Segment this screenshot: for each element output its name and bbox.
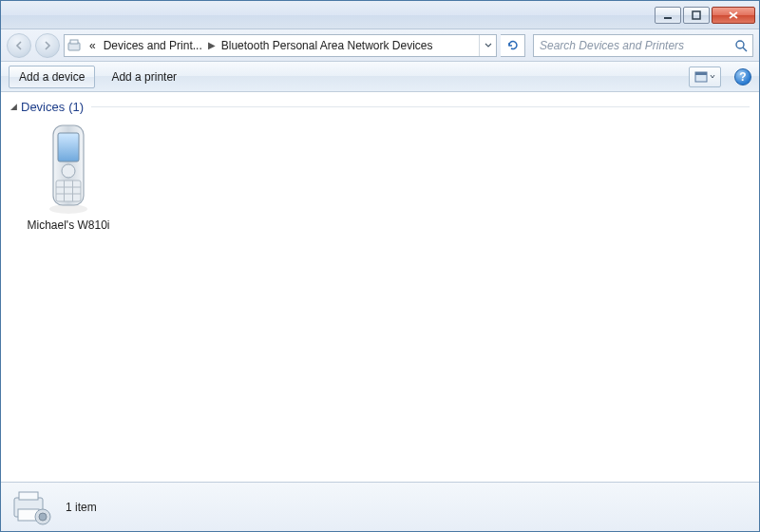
group-name: Devices [21, 100, 65, 114]
svg-rect-7 [695, 72, 707, 75]
arrow-left-icon [13, 40, 25, 51]
search-box[interactable] [533, 34, 753, 57]
add-device-button[interactable]: Add a device [9, 66, 95, 88]
devices-printers-icon [10, 488, 56, 526]
svg-rect-10 [58, 133, 79, 162]
content-area: ◢ Devices (1) [1, 92, 759, 482]
view-icon [694, 71, 708, 83]
help-button[interactable]: ? [734, 68, 751, 86]
chevron-down-icon [484, 42, 492, 49]
nav-back-button[interactable] [7, 33, 31, 58]
nav-forward-button[interactable] [35, 33, 60, 58]
address-bar[interactable]: « Devices and Print... ▶ Bluetooth Perso… [64, 34, 497, 57]
close-button[interactable] [712, 7, 755, 24]
devices-printers-icon [65, 39, 86, 52]
search-input[interactable] [534, 39, 730, 52]
add-printer-button[interactable]: Add a printer [101, 66, 187, 88]
breadcrumb-item-bluetooth-pan[interactable]: Bluetooth Personal Area Network Devices [218, 35, 437, 56]
breadcrumb-overflow[interactable]: « [86, 35, 100, 56]
arrow-right-icon [42, 40, 53, 51]
svg-point-21 [39, 513, 47, 521]
device-item[interactable]: Michael's W810i [16, 124, 121, 232]
phone-icon [38, 124, 99, 215]
svg-point-11 [62, 164, 75, 178]
device-label: Michael's W810i [28, 218, 110, 232]
items-grid: Michael's W810i [10, 120, 750, 236]
view-options-button[interactable] [689, 66, 721, 87]
svg-rect-0 [664, 17, 672, 19]
refresh-button[interactable] [501, 34, 525, 57]
breadcrumb-item-devices[interactable]: Devices and Print... [100, 35, 206, 56]
maximize-button[interactable] [683, 7, 710, 24]
search-icon [730, 39, 752, 52]
minimize-icon [663, 10, 673, 20]
explorer-window: « Devices and Print... ▶ Bluetooth Perso… [0, 0, 760, 532]
group-header-devices[interactable]: ◢ Devices (1) [10, 98, 750, 120]
svg-rect-12 [56, 180, 81, 201]
maximize-icon [692, 10, 701, 20]
chevron-down-icon [710, 74, 715, 80]
details-pane: 1 item [1, 482, 759, 531]
svg-rect-18 [19, 492, 38, 500]
chevron-right-icon: ▶ [206, 40, 218, 50]
help-icon: ? [739, 70, 746, 84]
collapse-icon: ◢ [10, 102, 17, 111]
svg-rect-3 [70, 40, 78, 44]
status-text: 1 item [66, 501, 97, 514]
address-dropdown-button[interactable] [479, 35, 496, 56]
svg-line-5 [743, 48, 747, 51]
svg-point-4 [736, 41, 744, 48]
close-icon [728, 10, 739, 20]
command-bar: Add a device Add a printer ? [1, 62, 759, 92]
group-divider [91, 106, 750, 107]
svg-rect-1 [693, 11, 700, 19]
group-count: (1) [68, 100, 84, 114]
titlebar [1, 1, 759, 29]
refresh-icon [506, 39, 520, 52]
minimize-button[interactable] [655, 7, 681, 24]
nav-bar: « Devices and Print... ▶ Bluetooth Perso… [1, 29, 759, 62]
